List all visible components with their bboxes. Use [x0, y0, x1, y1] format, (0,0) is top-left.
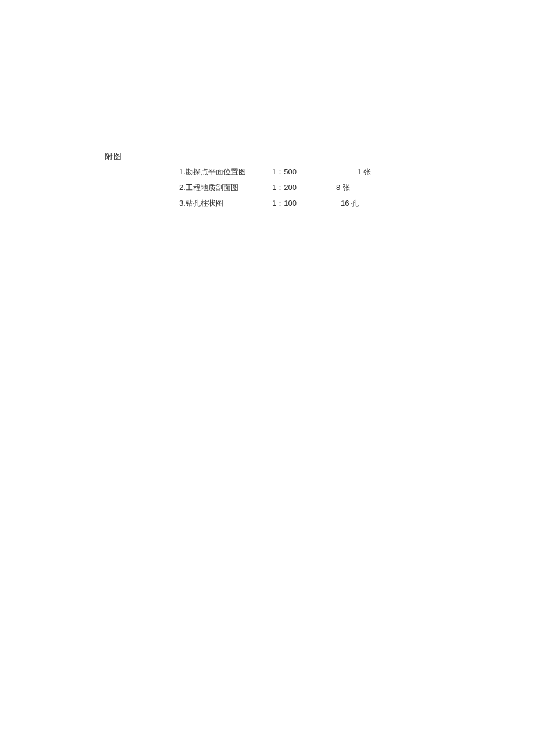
attachment-row: 2.工程地质剖面图 1：200 8 张	[179, 182, 371, 194]
section-label: 附图	[105, 152, 122, 162]
attachment-row: 3.钻孔柱状图 1：100 16 孔	[179, 198, 371, 210]
attachment-list: 1.勘探点平面位置图 1：500 1 张 2.工程地质剖面图 1：200 8 张…	[179, 166, 371, 209]
attachment-count: 8 张	[336, 182, 371, 194]
attachment-scale: 1：500	[272, 166, 336, 178]
attachment-count: 1 张	[336, 166, 371, 178]
attachment-name: 1.勘探点平面位置图	[179, 166, 272, 178]
attachment-name: 3.钻孔柱状图	[179, 198, 272, 210]
attachment-row: 1.勘探点平面位置图 1：500 1 张	[179, 166, 371, 178]
attachment-count: 16 孔	[336, 198, 371, 210]
attachment-scale: 1：100	[272, 198, 336, 210]
attachment-scale: 1：200	[272, 182, 336, 194]
attachment-name: 2.工程地质剖面图	[179, 182, 272, 194]
